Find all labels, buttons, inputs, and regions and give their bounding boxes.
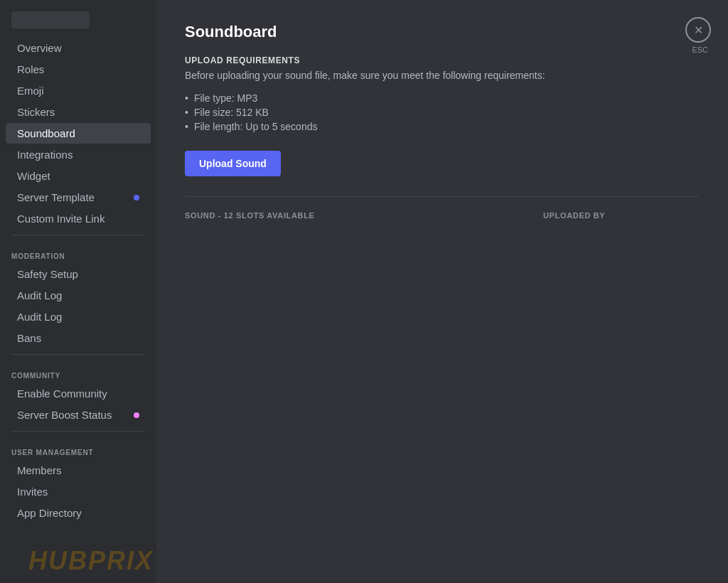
table-col-sound: SOUND - 12 SLOTS AVAILABLE (185, 211, 543, 220)
server-name-placeholder (11, 11, 90, 28)
close-button[interactable]: ✕ (685, 17, 711, 43)
sidebar-item-dot (134, 412, 139, 418)
sidebar-item-app-directory[interactable]: App Directory (6, 503, 151, 523)
upload-requirements-desc: Before uploading your sound file, make s… (185, 70, 700, 81)
sidebar-item-members[interactable]: Members (6, 460, 151, 481)
requirement-item: File type: MP3 (185, 91, 700, 105)
requirement-item: File length: Up to 5 seconds (185, 119, 700, 134)
sidebar-item-bans[interactable]: Bans (6, 328, 151, 348)
section-user-management: USER MANAGEMENT (0, 437, 156, 459)
sidebar-item-integrations[interactable]: Integrations (6, 144, 151, 165)
sidebar-item-label: Widget (17, 170, 139, 182)
sidebar-item-label: Audit Log (17, 289, 139, 301)
page-title: Soundboard (185, 23, 700, 41)
esc-label: ESC (692, 46, 708, 54)
requirement-item: File size: 512 KB (185, 105, 700, 119)
requirements-list: File type: MP3File size: 512 KBFile leng… (185, 91, 700, 134)
sidebar-item-label: Server Boost Status (17, 409, 134, 421)
sidebar: OverviewRolesEmojiStickersSoundboardInte… (0, 0, 156, 583)
section-community: COMMUNITY (0, 360, 156, 383)
section-moderation: MODERATION (0, 241, 156, 263)
sidebar-item-label: Enable Community (17, 387, 139, 400)
sidebar-item-dot (134, 195, 139, 200)
sidebar-item-label: Overview (17, 42, 139, 54)
sidebar-item-label: Custom Invite Link (17, 213, 139, 225)
sidebar-item-custom-invite-link[interactable]: Custom Invite Link (6, 208, 151, 229)
sidebar-item-label: Emoji (17, 85, 139, 97)
sidebar-item-server-template[interactable]: Server Template (6, 187, 151, 208)
upload-sound-button[interactable]: Upload Sound (185, 151, 281, 176)
sidebar-item-label: Invites (17, 486, 139, 498)
sidebar-item-label: Roles (17, 63, 139, 75)
sidebar-item-label: Audit Log (17, 311, 139, 323)
table-header: SOUND - 12 SLOTS AVAILABLE UPLOADED BY (185, 208, 700, 223)
sidebar-item-label: Integrations (17, 149, 139, 161)
sidebar-item-safety-setup[interactable]: Safety Setup (6, 264, 151, 284)
sidebar-item-label: Members (17, 464, 139, 476)
sidebar-item-roles[interactable]: Roles (6, 59, 151, 80)
sidebar-item-label: App Directory (17, 507, 139, 519)
sidebar-item-widget[interactable]: Widget (6, 166, 151, 186)
sidebar-item-audit-log[interactable]: Audit Log (6, 285, 151, 306)
divider-user-management (11, 431, 145, 432)
sidebar-item-emoji[interactable]: Emoji (6, 80, 151, 101)
server-name-area (0, 6, 156, 37)
table-divider (185, 196, 700, 197)
sidebar-item-audit-log[interactable]: Audit Log (6, 306, 151, 327)
sidebar-item-stickers[interactable]: Stickers (6, 102, 151, 122)
sidebar-item-label: Stickers (17, 106, 139, 118)
sidebar-item-soundboard[interactable]: Soundboard (6, 123, 151, 144)
sidebar-item-label: Soundboard (17, 127, 139, 139)
sidebar-item-label: Safety Setup (17, 268, 139, 280)
sidebar-item-label: Bans (17, 332, 139, 344)
sidebar-item-overview[interactable]: Overview (6, 38, 151, 58)
divider-moderation (11, 235, 145, 235)
divider-community (11, 354, 145, 355)
sidebar-item-label: Server Template (17, 191, 134, 203)
main-content: Soundboard UPLOAD REQUIREMENTS Before up… (156, 0, 728, 583)
sidebar-item-enable-community[interactable]: Enable Community (6, 383, 151, 404)
table-col-uploaded: UPLOADED BY (543, 211, 700, 220)
sidebar-item-server-boost-status[interactable]: Server Boost Status (6, 405, 151, 425)
sidebar-item-invites[interactable]: Invites (6, 481, 151, 502)
upload-requirements-title: UPLOAD REQUIREMENTS (185, 55, 700, 65)
